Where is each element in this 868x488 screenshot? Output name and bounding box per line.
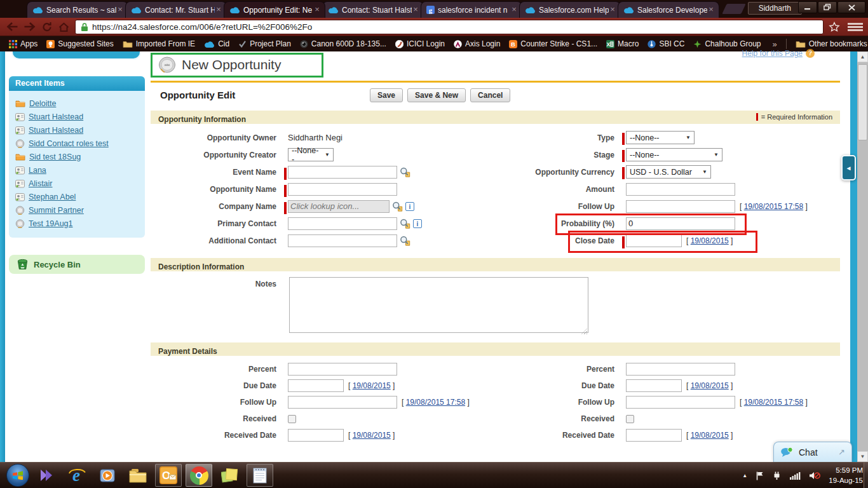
recent-item-link[interactable]: Lana xyxy=(29,166,46,175)
bookmark-canon-600d-18-135[interactable]: Canon 600D 18-135... xyxy=(300,39,386,48)
recent-item-link[interactable]: Sidd Contact roles test xyxy=(29,139,109,148)
minimize-button[interactable] xyxy=(798,1,817,13)
checkbox-received[interactable] xyxy=(626,415,634,423)
taskbar-kmplayer-icon[interactable] xyxy=(33,464,60,487)
show-desktop-button[interactable] xyxy=(864,463,868,488)
new-tab-button[interactable] xyxy=(722,4,745,14)
taskbar-media-player-icon[interactable] xyxy=(94,464,121,487)
input-due-date[interactable] xyxy=(288,379,344,392)
bookmark-chalhoub-group[interactable]: Chalhoub Group xyxy=(693,39,761,48)
bookmark-cid[interactable]: Cid xyxy=(204,39,229,48)
profile-chip[interactable]: Siddharth xyxy=(748,2,802,15)
taskbar-internet-explorer-icon[interactable]: e xyxy=(64,464,90,487)
bookmark-counter-strike-cs1[interactable]: BCounter Strike - CS1... xyxy=(509,39,597,48)
apps-shortcut[interactable]: Apps xyxy=(9,39,37,48)
taskbar-explorer-icon[interactable] xyxy=(125,464,151,487)
recent-item-link[interactable]: Test 19Aug1 xyxy=(29,219,73,228)
help-link[interactable]: Help for this Page xyxy=(742,49,803,58)
restore-button[interactable] xyxy=(818,1,837,13)
network-signal-icon[interactable] xyxy=(790,471,801,480)
forward-button[interactable] xyxy=(24,22,36,32)
browser-tab[interactable]: Search Results ~ sal× xyxy=(27,1,128,18)
date-link[interactable]: 19/08/2015 xyxy=(353,431,391,440)
browser-tab[interactable]: Contact: Mr. Stuart H× xyxy=(125,1,227,18)
input-event-name[interactable] xyxy=(288,166,397,179)
input-close-date[interactable] xyxy=(626,234,682,247)
date-link[interactable]: 19/08/2015 17:58 xyxy=(744,202,803,211)
popout-arrow-icon[interactable]: ↗ xyxy=(838,447,845,457)
checkbox-received[interactable] xyxy=(288,415,296,423)
date-link[interactable]: 19/08/2015 17:58 xyxy=(744,398,803,407)
select-opportunity-currency[interactable]: USD - U.S. Dollar▼ xyxy=(626,165,711,179)
bookmark-star-icon[interactable] xyxy=(829,22,840,35)
tab-close-icon[interactable]: × xyxy=(116,5,125,14)
bookmark-macro[interactable]: XMacro xyxy=(606,39,639,48)
menu-button[interactable] xyxy=(848,21,863,33)
other-bookmarks[interactable]: Other bookmarks xyxy=(796,39,867,48)
back-button[interactable] xyxy=(6,22,18,32)
input-received-date[interactable] xyxy=(288,429,344,442)
input-primary-contact[interactable] xyxy=(288,217,397,230)
recycle-bin[interactable]: Recycle Bin xyxy=(9,255,145,274)
date-link[interactable]: 19/08/2015 xyxy=(691,381,729,390)
taskbar-outlook-icon[interactable]: O xyxy=(155,464,182,487)
notes-textarea[interactable] xyxy=(289,277,588,333)
input-probability[interactable] xyxy=(626,217,735,230)
home-button[interactable] xyxy=(58,22,69,32)
tab-close-icon[interactable]: × xyxy=(411,5,420,14)
input-due-date[interactable] xyxy=(626,379,682,392)
recent-item-link[interactable]: Stephan Abel xyxy=(29,193,76,201)
browser-tab[interactable]: Salesforce Develope× xyxy=(618,1,719,18)
input-opportunity-name[interactable] xyxy=(288,183,397,196)
date-link[interactable]: 19/08/2015 xyxy=(691,431,729,440)
volume-muted-icon[interactable] xyxy=(809,471,820,480)
browser-tab[interactable]: Salesforce.com Help× xyxy=(519,1,621,18)
input-percent[interactable] xyxy=(626,363,735,376)
recent-item-link[interactable]: Deloitte xyxy=(29,99,56,108)
browser-tab[interactable]: Contact: Stuart Halst× xyxy=(322,1,424,18)
bookmark-project-plan[interactable]: Project Plan xyxy=(238,39,291,48)
input-additional-contact[interactable] xyxy=(288,234,397,247)
info-icon[interactable]: i xyxy=(405,202,414,211)
tab-close-icon[interactable]: × xyxy=(707,5,715,14)
start-button[interactable] xyxy=(6,464,29,487)
select-opportunity-creator[interactable]: --None--▼ xyxy=(288,148,334,161)
info-icon[interactable]: i xyxy=(413,219,422,228)
lookup-icon[interactable] xyxy=(392,201,403,212)
cancel-button[interactable]: Cancel xyxy=(470,88,510,102)
chat-widget[interactable]: Chat ↗ xyxy=(773,442,852,462)
bookmarks-overflow-chevron[interactable]: » xyxy=(772,39,776,49)
tab-close-icon[interactable]: × xyxy=(313,5,322,14)
taskbar-notepad-icon[interactable] xyxy=(247,464,273,487)
input-follow-up[interactable] xyxy=(626,396,735,409)
save-button[interactable]: Save xyxy=(370,88,403,102)
taskbar-sticky-notes-icon[interactable] xyxy=(216,464,243,487)
lookup-icon[interactable] xyxy=(400,219,410,229)
scroll-up-button[interactable]: ▲ xyxy=(857,51,868,62)
browser-tab[interactable]: Opportunity Edit: Ne× xyxy=(224,1,325,18)
browser-tab[interactable]: gsalesforce incident n× xyxy=(421,1,522,18)
input-follow-up[interactable] xyxy=(288,396,397,409)
recent-item-link[interactable]: Sid test 18Sug xyxy=(29,152,81,161)
lookup-icon[interactable] xyxy=(400,236,410,246)
tab-close-icon[interactable]: × xyxy=(608,5,617,14)
bookmark-icici-login[interactable]: ICICI Login xyxy=(395,39,445,48)
recent-item-link[interactable]: Summit Partner xyxy=(29,206,84,215)
date-link[interactable]: 19/08/2015 xyxy=(353,381,391,390)
recent-item-link[interactable]: Stuart Halstead xyxy=(29,112,83,121)
bookmark-axis-login[interactable]: Axis Login xyxy=(454,39,500,48)
tab-close-icon[interactable]: × xyxy=(214,5,223,14)
reload-button[interactable] xyxy=(42,22,53,32)
recent-item-link[interactable]: Stuart Halstead xyxy=(29,126,83,135)
input-follow-up[interactable] xyxy=(626,200,735,213)
taskbar-clock[interactable]: 5:59 PM 19-Aug-15 xyxy=(829,466,863,485)
save-new-button[interactable]: Save & New xyxy=(407,88,466,102)
bookmark-suggested-sites[interactable]: Suggested Sites xyxy=(46,39,113,48)
date-link[interactable]: 19/08/2015 17:58 xyxy=(406,398,465,407)
action-center-flag-icon[interactable] xyxy=(756,471,764,480)
vertical-scrollbar[interactable]: ▲ ▼ xyxy=(857,51,868,462)
tab-close-icon[interactable]: × xyxy=(510,5,519,14)
close-button[interactable] xyxy=(837,1,865,13)
bookmark-sbi-cc[interactable]: SBI CC xyxy=(648,39,684,48)
select-type[interactable]: --None--▼ xyxy=(626,131,695,144)
